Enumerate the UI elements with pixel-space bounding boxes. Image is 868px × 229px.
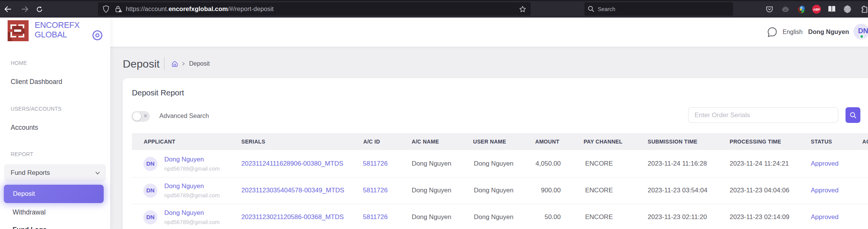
svg-text:ABP: ABP bbox=[813, 8, 820, 11]
